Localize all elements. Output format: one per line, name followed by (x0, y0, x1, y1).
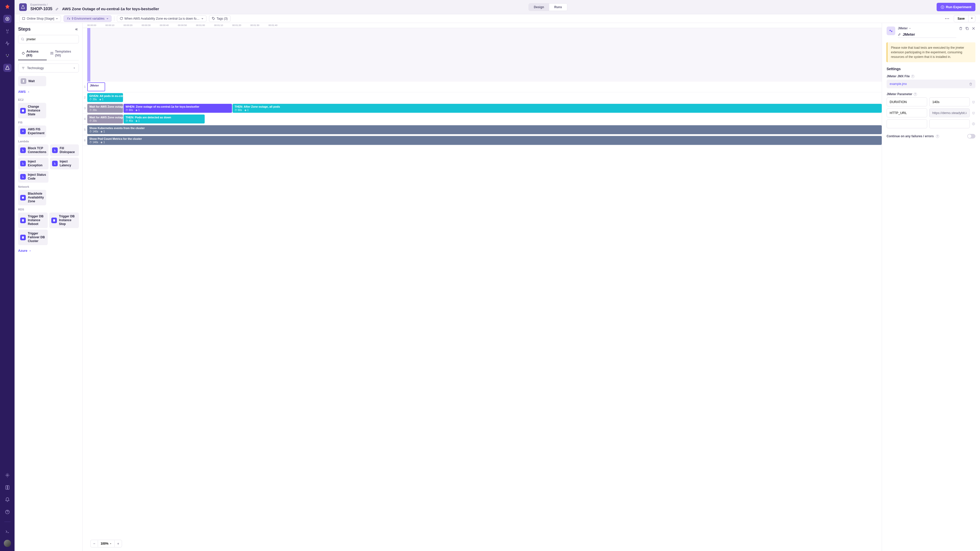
help-icon[interactable]: ? (936, 135, 939, 138)
help-icon[interactable]: ? (914, 93, 917, 96)
nav-notifications[interactable] (3, 495, 11, 504)
param-value-2[interactable] (929, 108, 970, 118)
zone-icon (20, 195, 26, 200)
jmeter-icon (886, 27, 895, 35)
action-inject-exception[interactable]: Inject Exception (18, 158, 48, 169)
collapse-sidebar-button[interactable] (74, 27, 79, 31)
param-key-2[interactable] (886, 108, 927, 118)
search-icon (21, 38, 24, 41)
help-icon[interactable]: ? (911, 75, 915, 78)
param-key-1[interactable] (886, 97, 927, 106)
step-given-pods[interactable]: GIVEN: All pods in eu-cen… ⏱ 20s◈ 1 (87, 93, 123, 102)
experiment-icon (19, 3, 27, 11)
param-row-2 (886, 108, 975, 118)
nav-item-2[interactable] (3, 27, 11, 35)
filter-icon (21, 66, 25, 70)
more-menu[interactable] (943, 17, 951, 21)
nav-rail (0, 0, 14, 551)
action-inject-latency[interactable]: Inject Latency (50, 158, 79, 169)
delete-step-button[interactable] (959, 27, 963, 30)
svg-rect-8 (22, 17, 25, 20)
lane-4: 4 Wait for AWS Zone outage ⏱ 20s THEN: P… (83, 114, 882, 124)
step-jmeter[interactable]: JMeter (87, 83, 105, 91)
lambda-icon (52, 161, 58, 166)
chevron-up-icon (27, 91, 30, 93)
step-then-detected[interactable]: THEN: Pods are detected as down ⏱ 45s◈ 1 (124, 114, 205, 124)
action-db-reboot[interactable]: Trigger DB Instance Reboot (18, 213, 48, 228)
nav-settings[interactable] (3, 471, 11, 479)
remove-param-1[interactable] (972, 100, 975, 103)
step-pod-metrics[interactable]: Show Pod Count Metrics for the cluster ⏱… (87, 136, 882, 145)
action-db-stop[interactable]: Trigger DB Instance Stop (49, 213, 79, 228)
category-azure[interactable]: Azure (18, 249, 79, 252)
edit-title-icon[interactable] (56, 7, 59, 11)
svg-point-4 (7, 56, 8, 57)
search-input[interactable] (18, 35, 79, 43)
category-aws[interactable]: AWS (18, 90, 79, 94)
chevron-down-icon (106, 17, 109, 20)
close-panel-button[interactable] (972, 27, 975, 30)
run-experiment-button[interactable]: Run Experiment (937, 3, 975, 11)
save-dropdown[interactable] (969, 15, 975, 22)
add-param-button[interactable] (972, 122, 975, 125)
param-key-new[interactable] (886, 119, 927, 128)
svg-point-13 (21, 38, 24, 40)
remove-param-2[interactable] (972, 111, 975, 114)
nav-item-experiments[interactable] (3, 64, 11, 72)
nav-item-1[interactable] (3, 15, 11, 23)
lane-0 (83, 28, 882, 82)
duplicate-step-button[interactable] (965, 27, 969, 30)
env-vars-button[interactable]: fx 9 Environment variables (64, 15, 111, 22)
param-value-1[interactable] (929, 97, 970, 106)
remove-file-button[interactable] (969, 83, 972, 86)
step-k8s-events[interactable]: Show Kubernetes events from the cluster … (87, 125, 882, 134)
nav-item-activity[interactable] (3, 39, 11, 48)
hourglass-icon (21, 78, 26, 84)
action-inject-status[interactable]: Inject Status Code (18, 171, 48, 183)
action-blackhole-az[interactable]: Blackhole Availability Zone (18, 190, 46, 205)
nav-docs[interactable] (3, 483, 11, 492)
grid-icon (50, 52, 53, 55)
tab-runs[interactable]: Runs (549, 3, 567, 11)
app-logo[interactable] (4, 3, 11, 11)
info-note: Please note that load tests are executed… (886, 42, 975, 62)
action-db-failover[interactable]: Trigger Failover DB Cluster (18, 230, 48, 245)
tab-actions[interactable]: Actions (83) (18, 47, 47, 60)
jmx-file-label: JMeter JMX File ? (886, 75, 975, 78)
svg-rect-16 (52, 52, 53, 53)
step-when-outage[interactable]: WHEN: Zone outage of eu-central-1a for t… (124, 104, 232, 113)
action-fill-disk[interactable]: Fill Diskspace (50, 144, 79, 156)
user-avatar[interactable] (4, 540, 11, 547)
tags-button[interactable]: Tags (3) (209, 15, 231, 22)
action-wait[interactable]: Wait (18, 76, 46, 86)
param-value-new[interactable] (929, 119, 970, 128)
svg-point-12 (948, 18, 949, 19)
step-then-after[interactable]: THEN: After Zone outage, all pods ⏱ 60s◈… (232, 104, 882, 113)
experiment-code: SHOP-1035 (30, 6, 52, 11)
zoom-out-button[interactable]: − (91, 540, 98, 547)
technology-select[interactable]: Technology (18, 64, 79, 73)
edit-icon[interactable] (898, 33, 901, 36)
nav-help[interactable] (3, 508, 11, 516)
step-wait-2[interactable]: Wait for AWS Zone outage ⏱ 20s (87, 114, 123, 124)
jmx-file-link[interactable]: example.jmx (890, 82, 907, 86)
action-change-instance-state[interactable]: Change Instance State (18, 103, 46, 118)
continue-on-failure-row: Continue on any failures / errors ? (886, 134, 975, 138)
env-selector[interactable]: Online Shop [Stage] (19, 15, 61, 22)
action-aws-fis[interactable]: AWS FIS Experiment (18, 125, 46, 137)
action-block-tcp[interactable]: Block TCP Connections (18, 144, 48, 156)
detail-breadcrumb[interactable]: JMeter (898, 27, 956, 30)
tab-design[interactable]: Design (529, 3, 549, 11)
continue-toggle[interactable] (967, 134, 975, 138)
nav-item-integrations[interactable] (3, 52, 11, 60)
detail-name: JMeter (903, 32, 915, 37)
nav-terminal[interactable] (3, 527, 11, 536)
tab-templates[interactable]: Templates (50) (47, 47, 79, 60)
zoom-in-button[interactable]: + (115, 540, 122, 547)
zoom-value[interactable]: 100% (98, 540, 115, 547)
breadcrumb[interactable]: Experiments / (30, 3, 159, 6)
step-wait-1[interactable]: Wait for AWS Zone outage ⏱ 20s (87, 104, 123, 113)
hypothesis-button[interactable]: When AWS Availability Zone eu-central-1a… (117, 15, 207, 22)
save-button[interactable]: Save (954, 15, 969, 22)
svg-rect-17 (51, 54, 53, 55)
